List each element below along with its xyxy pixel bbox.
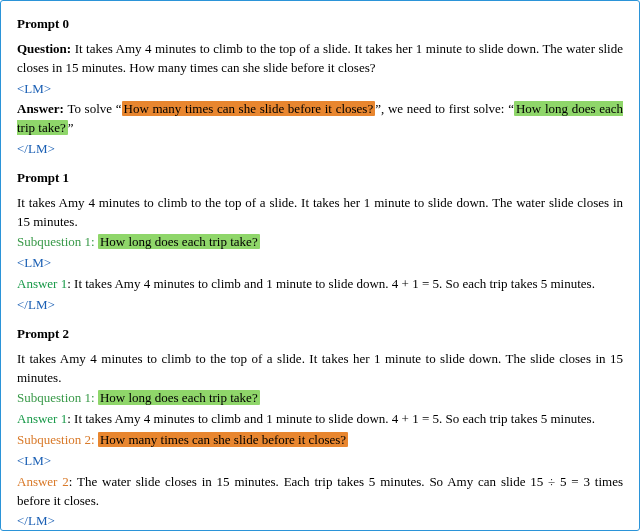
prompt2-ans2: Answer 2: The water slide closes in 15 m… [17, 473, 623, 511]
lm-open-tag: <LM> [17, 452, 623, 471]
ans1-label: Answer 1 [17, 276, 67, 291]
subq1-text: How long does each trip take? [98, 234, 260, 249]
hl-main-question: How many times can she slide before it c… [122, 101, 376, 116]
subq1-label: Subquestion 1: [17, 390, 95, 405]
prompt2-subq1: Subquestion 1: How long does each trip t… [17, 389, 623, 408]
prompt1-title: Prompt 1 [17, 169, 623, 188]
prompt2-ans1: Answer 1: It takes Amy 4 minutes to clim… [17, 410, 623, 429]
subq1-text: How long does each trip take? [98, 390, 260, 405]
lm-open-tag: <LM> [17, 80, 623, 99]
answer-suffix: ” [68, 120, 74, 135]
lm-close-tag: </LM> [17, 296, 623, 315]
prompt1-ans1: Answer 1: It takes Amy 4 minutes to clim… [17, 275, 623, 294]
prompt0-title: Prompt 0 [17, 15, 623, 34]
subq1-label: Subquestion 1: [17, 234, 95, 249]
answer-label: Answer: [17, 101, 64, 116]
ans2-label: Answer 2 [17, 474, 69, 489]
subq2-text: How many times can she slide before it c… [98, 432, 348, 447]
prompt0-answer: Answer: To solve “How many times can she… [17, 100, 623, 138]
lm-close-tag: </LM> [17, 140, 623, 159]
ans2-text: : The water slide closes in 15 minutes. … [17, 474, 623, 508]
figure-panel: Prompt 0 Question: It takes Amy 4 minute… [0, 0, 640, 531]
ans1-label: Answer 1 [17, 411, 67, 426]
prompt2-context: It takes Amy 4 minutes to climb to the t… [17, 350, 623, 388]
prompt1-subq1: Subquestion 1: How long does each trip t… [17, 233, 623, 252]
question-label: Question: [17, 41, 71, 56]
subq2-label: Subquestion 2: [17, 432, 95, 447]
answer-mid: ”, we need to first solve: “ [375, 101, 514, 116]
answer-prefix: To solve “ [67, 101, 121, 116]
lm-close-tag: </LM> [17, 512, 623, 531]
prompt0-question: Question: It takes Amy 4 minutes to clim… [17, 40, 623, 78]
question-text: It takes Amy 4 minutes to climb to the t… [17, 41, 623, 75]
prompt2-subq2: Subquestion 2: How many times can she sl… [17, 431, 623, 450]
ans1-text: : It takes Amy 4 minutes to climb and 1 … [67, 411, 595, 426]
prompt2-title: Prompt 2 [17, 325, 623, 344]
ans1-text: : It takes Amy 4 minutes to climb and 1 … [67, 276, 595, 291]
lm-open-tag: <LM> [17, 254, 623, 273]
prompt1-context: It takes Amy 4 minutes to climb to the t… [17, 194, 623, 232]
